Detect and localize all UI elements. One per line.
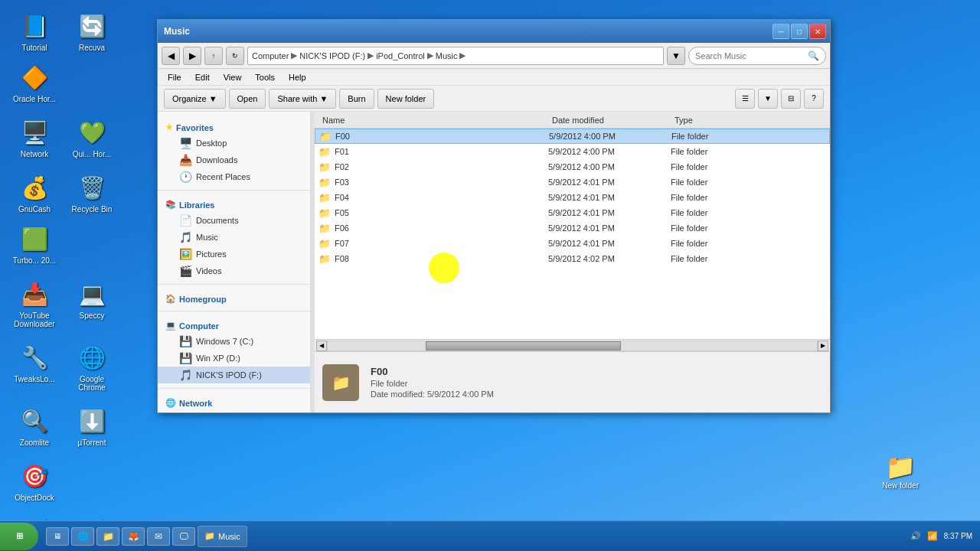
crumb-music[interactable]: Music — [436, 51, 458, 60]
menu-tools[interactable]: Tools — [249, 71, 281, 83]
folder-icon: 📁 — [318, 161, 331, 173]
nav-nickipod[interactable]: 🎵 NICK'S IPOD (F:) — [158, 367, 310, 383]
maximize-button[interactable]: □ — [791, 24, 808, 39]
menu-file[interactable]: File — [162, 71, 188, 83]
desktop-icon-chrome[interactable]: 🌐 Google Chrome — [65, 339, 119, 395]
minimize-button[interactable]: ─ — [773, 24, 789, 39]
table-row[interactable]: 📁 F02 5/9/2012 4:00 PM File folder — [315, 159, 830, 174]
taskbar-ie[interactable]: 🌐 — [71, 527, 94, 546]
address-dropdown-button[interactable]: ▼ — [667, 47, 685, 65]
menu-help[interactable]: Help — [283, 71, 312, 83]
favorites-section[interactable]: ★ Favorites — [158, 118, 310, 135]
back-button[interactable]: ◀ — [162, 47, 180, 65]
file-type: File folder — [671, 178, 763, 187]
search-box[interactable]: 🔍 — [688, 47, 826, 65]
new-folder-button[interactable]: New folder — [377, 89, 435, 109]
nav-documents[interactable]: 📄 Documents — [158, 212, 310, 229]
desktop-icon-recuva[interactable]: 🔄 Recuva — [65, 8, 119, 55]
table-row[interactable]: 📁 F06 5/9/2012 4:01 PM File folder — [315, 220, 830, 236]
table-row[interactable]: 📁 F07 5/9/2012 4:01 PM File folder — [315, 236, 830, 251]
desktop-icon-objectdock[interactable]: 🎯 ObjectDock — [8, 458, 61, 505]
up-button[interactable]: ↑ — [204, 47, 223, 65]
desktop-new-folder[interactable]: 📁 New folder — [882, 452, 919, 490]
scroll-right-button[interactable]: ▶ — [818, 341, 828, 351]
menu-edit[interactable]: Edit — [189, 71, 216, 83]
nav-recent[interactable]: 🕐 Recent Places — [158, 168, 310, 185]
refresh-button[interactable]: ↻ — [226, 47, 244, 65]
nav-music[interactable]: 🎵 Music — [158, 229, 310, 246]
close-button[interactable]: ✕ — [809, 24, 826, 39]
volume-icon[interactable]: 🔊 — [910, 531, 921, 541]
libraries-section[interactable]: 📚 Libraries — [158, 195, 310, 212]
desktop-icon-speccy[interactable]: 💻 Speccy — [65, 276, 119, 331]
organize-button[interactable]: Organize ▼ — [164, 89, 226, 109]
homegroup-section[interactable]: 🏠 Homegroup — [158, 289, 310, 306]
desktop-icon-recycle[interactable]: 🗑️ Recycle Bin — [65, 169, 119, 217]
desktop-icon-network[interactable]: 🖥️ Network — [8, 114, 61, 161]
menu-view[interactable]: View — [217, 71, 248, 83]
table-row[interactable]: 📁 F08 5/9/2012 4:02 PM File folder — [315, 251, 830, 266]
network-tray-icon[interactable]: 📶 — [927, 531, 938, 541]
table-row[interactable]: 📁 F03 5/9/2012 4:01 PM File folder — [315, 174, 830, 190]
network-section[interactable]: 🌐 Network — [158, 393, 310, 410]
desktop-icon-turbotax[interactable]: 🟩 Turbo... 20... — [8, 220, 61, 268]
pane-button[interactable]: ⊟ — [781, 89, 801, 109]
taskbar-rdp[interactable]: 🖵 — [172, 527, 195, 546]
desktop-icon-zoomlite[interactable]: 🔍 Zoomlite — [8, 403, 61, 450]
crumb-ipod[interactable]: NICK'S IPOD (F:) — [299, 51, 365, 60]
win7-nav-label: Windows 7 (C:) — [196, 337, 253, 346]
desktop-nav-label: Desktop — [196, 139, 227, 148]
taskbar-firefox[interactable]: 🦊 — [122, 527, 145, 546]
nav-win7[interactable]: 💾 Windows 7 (C:) — [158, 333, 310, 350]
desktop-icon-tutorial[interactable]: 📘 Tutorial — [8, 8, 61, 55]
computer-section[interactable]: 💻 Computer — [158, 316, 310, 333]
forward-button[interactable]: ▶ — [183, 47, 201, 65]
organize-label: Organize — [172, 94, 207, 103]
desktop-icon-gnucash[interactable]: 💰 GnuCash — [8, 169, 61, 217]
oracle-icon: 🔶 — [19, 62, 50, 93]
crumb-ipodcontrol[interactable]: iPod_Control — [376, 51, 425, 60]
scroll-track[interactable] — [327, 341, 818, 351]
scroll-thumb[interactable] — [426, 341, 622, 350]
desktop-icon-utorrent[interactable]: ⬇️ µTorrent — [65, 403, 119, 450]
view-dropdown-button[interactable]: ▼ — [758, 89, 778, 109]
taskbar-music-item[interactable]: 📁 Music — [198, 526, 247, 547]
taskbar-explorer[interactable]: 📁 — [96, 527, 119, 546]
address-path[interactable]: Computer ▶ NICK'S IPOD (F:) ▶ iPod_Contr… — [247, 47, 664, 65]
burn-button[interactable]: Burn — [339, 89, 374, 109]
new-folder-icon: 📁 — [885, 452, 916, 481]
table-row[interactable]: 📁 F04 5/9/2012 4:01 PM File folder — [315, 190, 830, 205]
search-input[interactable] — [695, 51, 805, 60]
open-button[interactable]: Open — [229, 89, 266, 109]
nav-downloads[interactable]: 📥 Downloads — [158, 152, 310, 168]
desktop-icon-quickbooks[interactable]: 💚 Qui... Hor... — [65, 114, 119, 161]
taskbar-time: 8:37 PM — [944, 532, 972, 540]
quickbooks-label: Qui... Hor... — [73, 150, 112, 158]
nav-pictures[interactable]: 🖼️ Pictures — [158, 246, 310, 262]
scroll-left-button[interactable]: ◀ — [316, 341, 327, 351]
view-button[interactable]: ☰ — [735, 89, 755, 109]
help-button[interactable]: ? — [804, 89, 824, 109]
nav-videos[interactable]: 🎬 Videos — [158, 262, 310, 279]
taskbar-outlook[interactable]: ✉ — [147, 527, 170, 546]
nav-pane: ★ Favorites 🖥️ Desktop 📥 Downloads 🕐 Rec… — [158, 112, 311, 412]
network-section-icon: 🌐 — [165, 398, 176, 408]
taskbar-show-desktop[interactable]: 🖥 — [46, 527, 69, 546]
nav-winxp[interactable]: 💾 Win XP (D:) — [158, 350, 310, 367]
share-with-button[interactable]: Share with ▼ — [269, 89, 336, 109]
table-row[interactable]: 📁 F00 5/9/2012 4:00 PM File folder — [315, 129, 830, 144]
horizontal-scrollbar[interactable]: ◀ ▶ — [315, 339, 830, 351]
desktop-icon-tweakslo[interactable]: 🔧 TweaksLo... — [8, 339, 61, 395]
crumb-computer[interactable]: Computer — [252, 51, 289, 60]
desktop-icon-youtube[interactable]: 📥 YouTube Downloader — [8, 276, 61, 331]
column-type-header[interactable]: Type — [671, 116, 763, 125]
computer-section-label: Computer — [179, 321, 219, 331]
table-row[interactable]: 📁 F01 5/9/2012 4:00 PM File folder — [315, 144, 830, 159]
nav-desktop[interactable]: 🖥️ Desktop — [158, 135, 310, 152]
table-row[interactable]: 📁 F05 5/9/2012 4:01 PM File folder — [315, 205, 830, 220]
column-date-header[interactable]: Date modified — [548, 116, 671, 125]
start-button[interactable]: ⊞ — [0, 523, 38, 550]
file-type: File folder — [671, 132, 763, 141]
desktop-icon-oracle[interactable]: 🔶 Oracle Hor... — [8, 59, 61, 106]
column-name-header[interactable]: Name — [318, 116, 548, 125]
